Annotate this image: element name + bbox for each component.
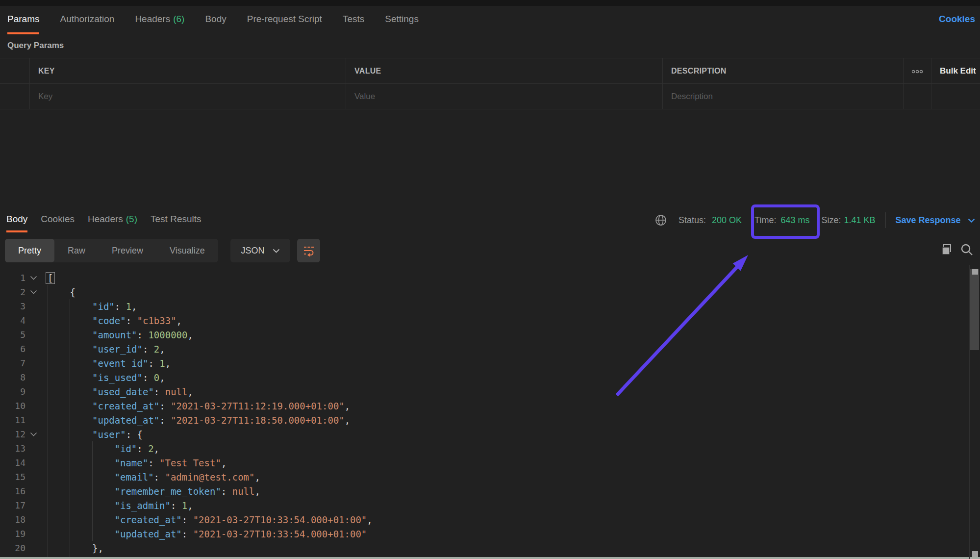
token-punc: ,: [367, 514, 372, 525]
token-key: "updated_at": [115, 529, 182, 539]
token-key: "is_used": [92, 372, 143, 383]
response-time-badge: 643 ms: [780, 215, 809, 226]
fold-chevron-icon[interactable]: [25, 290, 41, 294]
tab-body[interactable]: Body: [6, 208, 27, 232]
code-text: "amount": 1000000,: [41, 330, 193, 340]
token-punc: ,: [187, 330, 193, 340]
param-value-input[interactable]: Value: [346, 84, 662, 109]
indent-guide: [92, 441, 93, 541]
tab-count: (6): [173, 14, 184, 25]
mode-pretty[interactable]: Pretty: [5, 239, 54, 262]
code-line: 20},: [0, 541, 969, 555]
cookies-link[interactable]: Cookies: [939, 14, 975, 25]
mode-raw[interactable]: Raw: [54, 239, 99, 262]
mode-preview[interactable]: Preview: [99, 239, 156, 262]
bulk-edit-button[interactable]: Bulk Edit: [931, 58, 980, 83]
token-key: "email": [115, 472, 154, 483]
token-punc: ,: [159, 372, 165, 383]
line-number: 8: [0, 372, 25, 382]
tab-body[interactable]: Body: [205, 6, 226, 34]
line-number: 1: [0, 273, 25, 283]
code-line: 15"email": "admin@test.com",: [0, 470, 969, 484]
column-header-description: DESCRIPTION: [662, 58, 903, 83]
token-punc: :: [159, 401, 171, 411]
line-number: 17: [0, 500, 25, 510]
scrollbar-thumb[interactable]: [970, 269, 979, 350]
code-text: "is_used": 0,: [41, 372, 165, 383]
token-key: "name": [115, 457, 149, 468]
code-line: 12"user": {: [0, 427, 969, 441]
save-response-button[interactable]: Save Response: [896, 215, 975, 226]
token-nul: null: [232, 486, 255, 497]
copy-response-button[interactable]: [940, 243, 954, 256]
query-params-table: KEY VALUE DESCRIPTION Bulk Edit Key Valu…: [0, 58, 980, 109]
format-dropdown[interactable]: JSON: [230, 239, 290, 262]
tab-params[interactable]: Params: [7, 6, 39, 34]
token-punc: },: [92, 543, 103, 554]
line-number: 13: [0, 443, 25, 454]
tab-authorization[interactable]: Authorization: [60, 6, 114, 34]
token-punc: :: [159, 415, 171, 426]
scrollbar-handle-top[interactable]: [972, 269, 978, 275]
line-number: 14: [0, 457, 25, 468]
param-description-input[interactable]: Description: [662, 84, 903, 109]
row-select-column: [0, 58, 29, 83]
line-number: 6: [0, 344, 25, 354]
token-punc: ,: [255, 486, 260, 497]
postman-dark-ui: { "topbar": { "tabs": [ {"label": "Param…: [0, 0, 980, 559]
token-str: "2021-03-27T10:33:54.000+01:00": [193, 529, 367, 539]
tab-cookies[interactable]: Cookies: [41, 208, 75, 232]
token-punc: {: [70, 287, 75, 298]
token-num: 1000000: [148, 330, 187, 340]
token-key: "id": [115, 443, 137, 454]
tab-headers[interactable]: Headers(5): [88, 208, 137, 232]
code-text: "created_at": "2021-03-27T10:33:54.000+0…: [41, 514, 373, 525]
tab-headers[interactable]: Headers(6): [135, 6, 184, 34]
params-input-row: Key Value Description: [0, 83, 980, 109]
token-str: "2021-03-27T11:12:19.000+01:00": [171, 401, 345, 411]
response-body-code: 1[2{3"id": 1,4"code": "c1b33",5"amount":…: [0, 271, 969, 555]
mode-visualize[interactable]: Visualize: [156, 239, 218, 262]
fold-chevron-icon[interactable]: [25, 432, 41, 436]
tab-settings[interactable]: Settings: [385, 6, 419, 34]
token-punc: :: [126, 315, 137, 326]
line-number: 18: [0, 514, 25, 525]
query-params-title: Query Params: [7, 41, 64, 51]
response-status-bar: Status: 200 OK Time: 643 ms Size: 1.41 K…: [654, 208, 975, 232]
indent-guide: [48, 285, 48, 557]
request-tabs: ParamsAuthorizationHeaders(6)BodyPre-req…: [0, 6, 980, 34]
fold-chevron-icon[interactable]: [25, 276, 41, 280]
token-punc: ,: [159, 344, 165, 355]
code-text: "is_admin": 1,: [41, 500, 193, 511]
response-tabs: BodyCookiesHeaders(5)Test Results: [0, 208, 201, 232]
token-punc: ,: [187, 500, 193, 511]
code-text: "id": 1,: [41, 301, 137, 312]
token-str: "c1b33": [137, 315, 176, 326]
token-str: "admin@test.com": [165, 472, 254, 483]
time-label: Time:: [754, 215, 776, 226]
search-response-button[interactable]: [960, 243, 974, 256]
more-actions-button[interactable]: [903, 58, 931, 83]
code-line: 14"name": "Test Test",: [0, 456, 969, 470]
code-line: 6"user_id": 2,: [0, 342, 969, 356]
code-text: "id": 2,: [41, 443, 159, 454]
wrap-line-button[interactable]: [297, 239, 320, 262]
token-punc: ,: [255, 472, 260, 483]
tab-pre-request-script[interactable]: Pre-request Script: [247, 6, 322, 34]
code-line: 9"used_date": null,: [0, 384, 969, 399]
column-header-key: KEY: [29, 58, 346, 83]
code-text: "created_at": "2021-03-27T11:12:19.000+0…: [41, 401, 350, 411]
param-key-input[interactable]: Key: [29, 84, 346, 109]
token-key: "amount": [92, 330, 137, 340]
size-label: Size:: [821, 215, 841, 226]
scrollbar-handle-bottom[interactable]: [972, 551, 978, 557]
tab-test-results[interactable]: Test Results: [151, 208, 201, 232]
code-text: "event_id": 1,: [41, 358, 171, 369]
format-dropdown-label: JSON: [241, 246, 264, 256]
token-punc: ,: [131, 301, 137, 312]
row-select-column: [0, 84, 29, 109]
token-punc: :: [126, 429, 137, 440]
tab-tests[interactable]: Tests: [343, 6, 364, 34]
token-key: "created_at": [92, 401, 159, 411]
token-key: "user_id": [92, 344, 143, 355]
